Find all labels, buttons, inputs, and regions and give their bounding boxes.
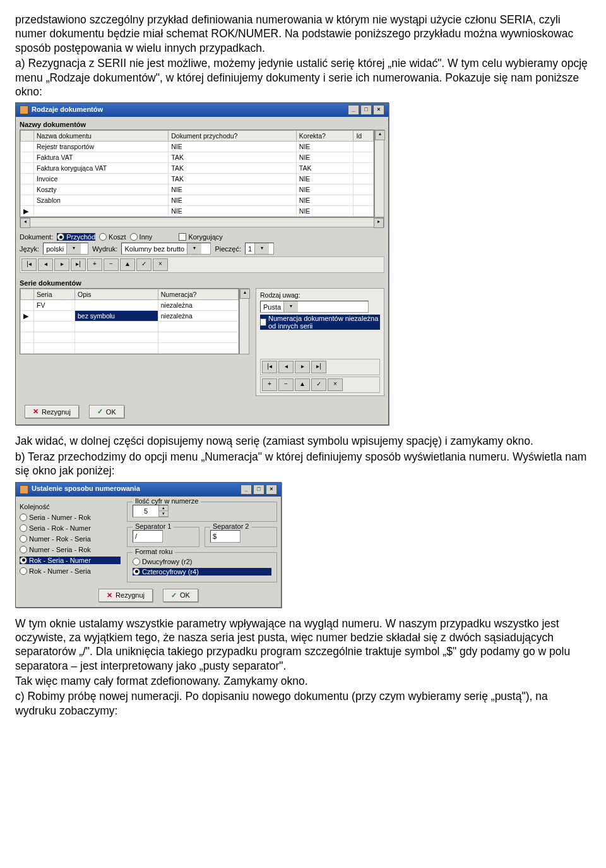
col-seria[interactable]: Seria [34,289,75,300]
radio-year-2[interactable]: Dwucyfrowy (r2) [133,558,271,565]
nav-prev[interactable]: ◂ [278,361,294,373]
sep1-label: Separator 1 [133,522,174,530]
nav-cancel[interactable]: × [328,378,343,391]
series-grid[interactable]: Seria Opis Numeracja? FVniezależna ▶bez … [20,288,239,354]
nav-last[interactable]: ▸| [311,361,326,373]
dokument-label: Dokument: [20,233,53,241]
close-icon: ✕ [33,407,39,416]
table-row [21,332,239,343]
table-row: ▶bez symboluniezależna [21,311,239,322]
table-row: ▶NIENIE [21,206,374,217]
radio-order-3[interactable]: Numer - Seria - Rok [20,546,121,553]
window-doc-types: Rodzaje dokumentów _ □ × Nazwy dokumentó… [15,102,389,425]
nav-first[interactable]: |◂ [262,361,277,373]
paragraph-close: Tak więc mamy cały format zdefionowany. … [15,674,591,688]
radio-order-4[interactable]: Rok - Seria - Numer [20,557,121,564]
radio-order-0[interactable]: Seria - Numer - Rok [20,514,121,521]
check-independent[interactable]: Numeracja dokumentów niezależna od innyc… [260,315,380,330]
ok-button[interactable]: ✓OK [89,405,124,418]
scroll-right-icon[interactable]: ▸ [374,218,384,228]
col-income[interactable]: Dokument przychodu? [169,131,297,142]
nav-del[interactable]: − [104,258,119,271]
sep2-input[interactable] [210,530,241,543]
paragraph-a: a) Rezygnacja z SERII nie jest możliwe, … [15,56,591,99]
window-title: Ustalenie sposobu numerowania [32,485,140,492]
group-series: Serie dokumentów [20,279,384,287]
stamp-combo[interactable]: 1▾ [245,243,274,255]
nav-add[interactable]: + [87,258,102,271]
sep1-input[interactable] [133,530,163,543]
nav-next[interactable]: ▸ [295,361,310,373]
col-id[interactable]: Id [354,131,374,142]
maximize-button[interactable]: □ [360,105,372,115]
nav-prev[interactable]: ◂ [38,258,53,271]
group-doc-names: Nazwy dokumentów [20,121,384,128]
app-icon [20,105,28,114]
nav-next[interactable]: ▸ [54,258,69,271]
table-row: SzablonNIENIE [21,195,374,206]
horizontal-scrollbar[interactable]: ◂▸ [20,217,384,227]
table-row: Faktura VATTAKNIE [21,152,374,163]
cancel-button[interactable]: ✕Rezygnuj [25,405,79,418]
order-label: Kolejność [20,503,121,510]
close-button[interactable]: × [266,485,277,495]
spin-up-icon[interactable]: ▴ [159,505,168,511]
ok-button[interactable]: ✓OK [163,589,198,602]
radio-other[interactable]: Inny [130,233,153,241]
radio-order-1[interactable]: Seria - Rok - Numer [20,524,121,532]
minimize-button[interactable]: _ [348,105,359,115]
digits-input[interactable] [133,505,158,517]
doc-names-grid[interactable]: Nazwa dokumentu Dokument przychodu? Kore… [20,130,374,217]
year-label: Format roku [133,548,175,555]
col-name[interactable]: Nazwa dokumentu [34,131,169,142]
col-numeracja[interactable]: Numeracja? [158,289,238,300]
digits-spinner[interactable]: ▴▾ [133,505,169,517]
radio-income[interactable]: Przychód [57,233,95,241]
radio-order-5[interactable]: Rok - Numer - Seria [20,567,121,575]
cancel-button[interactable]: ✕Rezygnuj [98,589,153,602]
lang-combo[interactable]: polski▾ [43,243,88,255]
chevron-down-icon: ▾ [187,243,201,254]
radio-year-4[interactable]: Czterocyfrowy (r4) [133,568,271,576]
scroll-up-icon[interactable]: ▴ [375,130,385,140]
check-correction[interactable]: Korygujący [179,233,222,241]
series-options: Rodzaj uwag: Pusta▾ Numeracja dokumentów… [256,288,384,396]
digits-label: Ilość cyfr w numerze [133,497,201,505]
nav-edit[interactable]: ▲ [295,378,310,391]
close-button[interactable]: × [373,105,384,115]
titlebar[interactable]: Ustalenie sposobu numerowania _ □ × [16,483,281,497]
nav-del[interactable]: − [278,378,294,391]
lang-label: Język: [20,245,39,253]
col-correction[interactable]: Korekta? [296,131,354,142]
nav-edit[interactable]: ▲ [120,258,135,271]
paragraph-intro: przedstawiono szczególny przykład defini… [15,13,591,55]
stamp-label: Pieczęć: [215,245,241,253]
sep2-label: Separator 2 [210,522,251,530]
app-icon [20,485,28,494]
minimize-button[interactable]: _ [241,485,252,495]
nav-first[interactable]: |◂ [21,258,37,271]
radio-cost[interactable]: Koszt [99,233,126,241]
paragraph-after-win1-a: Jak widać, w dolnej części dopisujemy no… [15,434,591,448]
col-opis[interactable]: Opis [74,289,158,300]
maximize-button[interactable]: □ [253,485,264,495]
nav-post[interactable]: ✓ [136,258,152,271]
remark-combo[interactable]: Pusta▾ [260,301,369,313]
print-combo[interactable]: Kolumny bez brutto▾ [121,243,211,255]
spin-down-icon[interactable]: ▾ [159,511,168,517]
table-row: Rejestr transportówNIENIE [21,142,374,152]
nav-cancel[interactable]: × [153,258,168,271]
scroll-left-icon[interactable]: ◂ [20,218,30,228]
titlebar[interactable]: Rodzaje dokumentów _ □ × [16,103,388,117]
nav-post[interactable]: ✓ [311,378,326,391]
vertical-scrollbar[interactable]: ▴ [374,130,384,217]
nav-add[interactable]: + [262,378,277,391]
radio-order-2[interactable]: Numer - Rok - Seria [20,535,121,543]
table-row [21,322,239,332]
nav-last[interactable]: ▸| [71,258,86,271]
table-row [21,343,239,354]
chevron-down-icon: ▾ [283,301,298,312]
check-icon: ✓ [171,591,177,600]
paragraph-c: c) Robimy próbę nowej numeracji. Po dopi… [15,689,591,718]
vertical-scrollbar[interactable]: ▴ [239,288,249,354]
